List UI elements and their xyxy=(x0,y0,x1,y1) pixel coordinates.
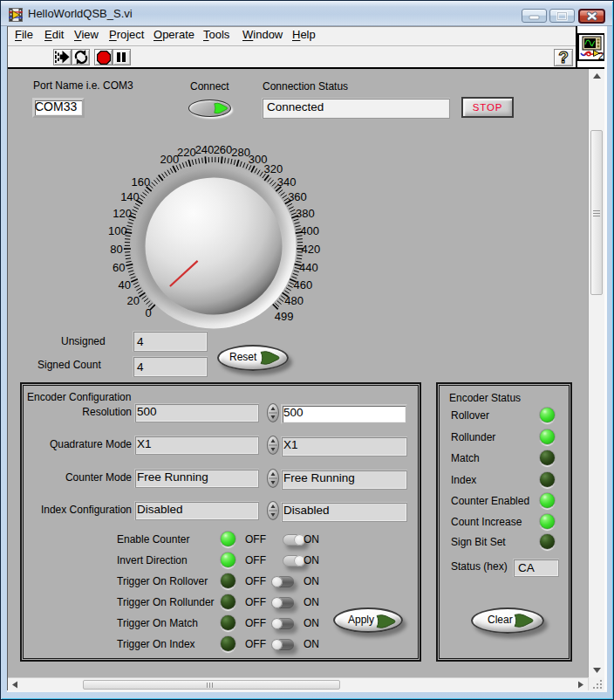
svg-text:2: 2 xyxy=(598,51,604,61)
svg-text:340: 340 xyxy=(277,175,297,189)
svg-text:499: 499 xyxy=(275,310,294,323)
svg-text:20: 20 xyxy=(127,294,140,307)
svg-text:440: 440 xyxy=(299,261,318,274)
svg-text:100: 100 xyxy=(108,224,127,237)
svg-text:480: 480 xyxy=(284,294,304,307)
svg-text:160: 160 xyxy=(132,175,151,189)
svg-text:360: 360 xyxy=(288,190,307,203)
svg-text:460: 460 xyxy=(293,278,312,292)
svg-text:40: 40 xyxy=(118,278,130,292)
svg-text:200: 200 xyxy=(160,153,180,166)
svg-text:140: 140 xyxy=(120,190,140,203)
svg-text:220: 220 xyxy=(177,146,196,159)
svg-text:260: 260 xyxy=(214,143,233,156)
svg-text:120: 120 xyxy=(113,207,132,220)
svg-text:60: 60 xyxy=(113,261,125,274)
svg-text:?: ? xyxy=(558,49,569,66)
svg-text:240: 240 xyxy=(195,143,215,156)
svg-text:380: 380 xyxy=(296,207,315,220)
svg-text:400: 400 xyxy=(300,224,319,237)
svg-text:420: 420 xyxy=(302,243,321,256)
svg-text:80: 80 xyxy=(110,243,122,256)
svg-text:0: 0 xyxy=(146,306,152,319)
svg-text:320: 320 xyxy=(263,162,283,175)
svg-text:280: 280 xyxy=(231,146,250,159)
